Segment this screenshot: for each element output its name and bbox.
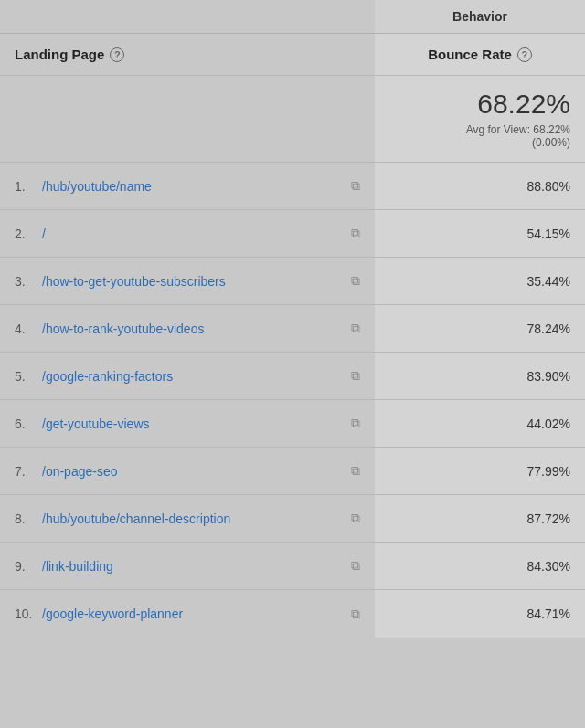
summary-avg-text: Avg for View: 68.22% (0.00%) xyxy=(466,123,570,149)
table-row: 1./hub/youtube/name⧉88.80% xyxy=(0,163,585,210)
row-bounce-rate: 84.30% xyxy=(375,543,585,589)
behavior-header-left xyxy=(0,0,375,33)
row-left-col: 10./google-keyword-planner⧉ xyxy=(0,590,375,638)
row-bounce-rate: 83.90% xyxy=(375,353,585,399)
row-link[interactable]: /link-building xyxy=(42,559,344,574)
row-number: 2. xyxy=(15,227,35,241)
row-number: 6. xyxy=(15,417,35,431)
table-row: 9./link-building⧉84.30% xyxy=(0,543,585,590)
row-left-col: 3./how-to-get-youtube-subscribers⧉ xyxy=(0,258,375,304)
row-bounce-rate: 88.80% xyxy=(375,163,585,209)
row-bounce-rate: 78.24% xyxy=(375,305,585,352)
table-row: 7./on-page-seo⧉77.99% xyxy=(0,448,585,495)
table-row: 2./⧉54.15% xyxy=(0,210,585,258)
external-link-icon[interactable]: ⧉ xyxy=(351,368,360,384)
bounce-rate-header: Bounce Rate ? xyxy=(375,34,585,75)
table-row: 3./how-to-get-youtube-subscribers⧉35.44% xyxy=(0,258,585,305)
row-number: 3. xyxy=(15,274,35,289)
external-link-icon[interactable]: ⧉ xyxy=(351,226,360,241)
external-link-icon[interactable]: ⧉ xyxy=(351,178,360,194)
landing-page-label: Landing Page xyxy=(15,47,104,62)
row-number: 7. xyxy=(15,464,35,479)
row-number: 4. xyxy=(15,322,35,336)
external-link-icon[interactable]: ⧉ xyxy=(351,558,360,574)
behavior-header-label: Behavior xyxy=(375,0,585,33)
row-number: 9. xyxy=(15,559,35,574)
bounce-rate-help-icon[interactable]: ? xyxy=(517,47,532,62)
row-link[interactable]: /on-page-seo xyxy=(42,464,344,479)
table-row: 10./google-keyword-planner⧉84.71% xyxy=(0,590,585,638)
row-link[interactable]: /google-ranking-factors xyxy=(42,369,344,384)
row-link[interactable]: /how-to-rank-youtube-videos xyxy=(42,322,344,336)
external-link-icon[interactable]: ⧉ xyxy=(351,416,360,431)
row-link[interactable]: /how-to-get-youtube-subscribers xyxy=(42,274,344,289)
row-left-col: 7./on-page-seo⧉ xyxy=(0,448,375,494)
row-number: 1. xyxy=(15,179,35,194)
row-left-col: 8./hub/youtube/channel-description⧉ xyxy=(0,495,375,542)
row-number: 8. xyxy=(15,512,35,526)
landing-page-header: Landing Page ? xyxy=(0,34,375,75)
column-header-row: Landing Page ? Bounce Rate ? xyxy=(0,34,585,76)
row-link[interactable]: /get-youtube-views xyxy=(42,417,344,431)
external-link-icon[interactable]: ⧉ xyxy=(351,273,360,289)
row-link[interactable]: /hub/youtube/channel-description xyxy=(42,512,344,526)
summary-left xyxy=(0,76,375,162)
external-link-icon[interactable]: ⧉ xyxy=(351,607,360,622)
analytics-table: Behavior Landing Page ? Bounce Rate ? 68… xyxy=(0,0,585,638)
row-link[interactable]: /google-keyword-planner xyxy=(42,607,344,621)
row-left-col: 4./how-to-rank-youtube-videos⧉ xyxy=(0,305,375,352)
bounce-rate-label: Bounce Rate xyxy=(428,47,512,62)
row-bounce-rate: 87.72% xyxy=(375,495,585,542)
behavior-header-row: Behavior xyxy=(0,0,585,34)
row-link[interactable]: /hub/youtube/name xyxy=(42,179,344,194)
external-link-icon[interactable]: ⧉ xyxy=(351,321,360,336)
row-bounce-rate: 44.02% xyxy=(375,400,585,447)
summary-row: 68.22% Avg for View: 68.22% (0.00%) xyxy=(0,76,585,163)
summary-bounce-rate: 68.22% xyxy=(477,89,570,120)
table-row: 8./hub/youtube/channel-description⧉87.72… xyxy=(0,495,585,543)
row-bounce-rate: 54.15% xyxy=(375,210,585,257)
row-number: 10. xyxy=(15,607,35,621)
row-bounce-rate: 84.71% xyxy=(375,590,585,638)
row-number: 5. xyxy=(15,369,35,384)
row-link[interactable]: / xyxy=(42,227,344,241)
data-rows-container: 1./hub/youtube/name⧉88.80%2./⧉54.15%3./h… xyxy=(0,163,585,638)
row-left-col: 9./link-building⧉ xyxy=(0,543,375,589)
row-left-col: 6./get-youtube-views⧉ xyxy=(0,400,375,447)
row-bounce-rate: 35.44% xyxy=(375,258,585,304)
row-bounce-rate: 77.99% xyxy=(375,448,585,494)
table-row: 5./google-ranking-factors⧉83.90% xyxy=(0,353,585,400)
row-left-col: 2./⧉ xyxy=(0,210,375,257)
external-link-icon[interactable]: ⧉ xyxy=(351,511,360,526)
row-left-col: 1./hub/youtube/name⧉ xyxy=(0,163,375,209)
summary-right: 68.22% Avg for View: 68.22% (0.00%) xyxy=(375,76,585,162)
table-row: 4./how-to-rank-youtube-videos⧉78.24% xyxy=(0,305,585,353)
row-left-col: 5./google-ranking-factors⧉ xyxy=(0,353,375,399)
table-row: 6./get-youtube-views⧉44.02% xyxy=(0,400,585,448)
landing-page-help-icon[interactable]: ? xyxy=(110,47,124,62)
external-link-icon[interactable]: ⧉ xyxy=(351,463,360,479)
